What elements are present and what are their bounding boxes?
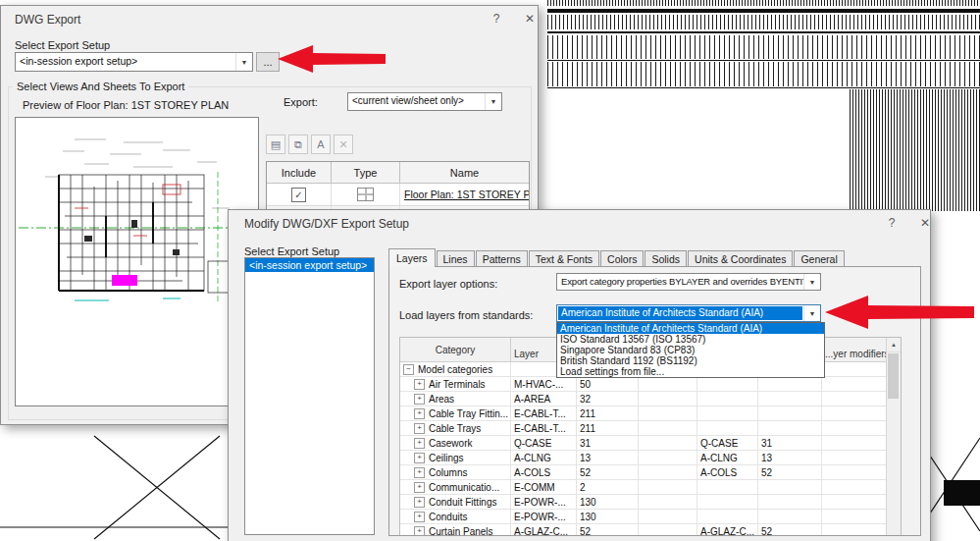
dwg-export-titlebar[interactable]: DWG Export ? ✕ bbox=[1, 6, 538, 32]
layers-table-row[interactable]: +Communicatio...E-COMM2 bbox=[400, 480, 901, 495]
layers-table-cell bbox=[697, 480, 758, 494]
layers-table-row[interactable]: +ConduitsE-POWR-...130 bbox=[400, 510, 901, 524]
layers-table-row[interactable]: +CeilingsA-CLNG13A-CLNG13 bbox=[400, 451, 901, 465]
standards-dropdown-list[interactable]: American Institute of Architects Standar… bbox=[556, 322, 825, 378]
expand-icon[interactable]: + bbox=[414, 512, 425, 522]
standards-combobox[interactable]: American Institute of Architects Standar… bbox=[556, 304, 821, 322]
tab-solids[interactable]: Solids bbox=[645, 250, 687, 267]
export-setup-listbox[interactable]: <in-session export setup> bbox=[244, 257, 375, 535]
category-cell: +Areas bbox=[400, 392, 511, 406]
scrollbar-thumb[interactable] bbox=[888, 353, 899, 399]
help-icon[interactable]: ? bbox=[484, 12, 509, 26]
layers-table-row[interactable]: +Air TerminalsM-HVAC-...50 bbox=[400, 377, 901, 392]
delete-set-icon[interactable]: ✕ bbox=[334, 135, 353, 154]
layers-table-row[interactable]: +AreasA-AREA32 bbox=[400, 392, 901, 406]
include-column-header[interactable]: Include bbox=[267, 162, 332, 183]
layers-table-cell: A-GLAZ-C... bbox=[697, 524, 758, 536]
browse-setup-button[interactable]: ... bbox=[256, 52, 280, 72]
expand-icon[interactable]: + bbox=[414, 423, 425, 434]
red-arrow-annotation bbox=[825, 296, 974, 329]
setup-list-item[interactable]: <in-session export setup> bbox=[245, 258, 374, 272]
category-cell: +Ceilings bbox=[400, 451, 511, 464]
category-label: Conduit Fittings bbox=[429, 497, 496, 508]
layers-table-cell bbox=[822, 362, 889, 376]
collapse-icon[interactable]: − bbox=[403, 364, 414, 375]
layers-table-cell: 31 bbox=[758, 436, 822, 450]
floor-plan-type-icon bbox=[357, 188, 374, 201]
layers-table-cell: Q-CASE bbox=[511, 436, 577, 450]
name-column-header[interactable]: Name bbox=[400, 162, 529, 183]
expand-icon[interactable]: + bbox=[414, 482, 425, 493]
expand-icon[interactable]: + bbox=[414, 453, 425, 463]
help-icon[interactable]: ? bbox=[879, 216, 904, 230]
close-icon[interactable]: ✕ bbox=[517, 12, 542, 26]
expand-icon[interactable]: + bbox=[414, 526, 425, 537]
dropdown-option[interactable]: Load settings from file... bbox=[557, 366, 824, 377]
tab-lines[interactable]: Lines bbox=[437, 250, 475, 267]
tab-units-coordinates[interactable]: Units & Coordinates bbox=[688, 250, 793, 267]
modify-dialog-titlebar[interactable]: Modify DWG/DXF Export Setup ? ✕ bbox=[229, 210, 930, 237]
close-icon[interactable]: ✕ bbox=[912, 216, 938, 230]
layers-table-row[interactable]: +Cable Tray Fittin...E-CABL-T...211 bbox=[400, 406, 901, 421]
dialog-title: Modify DWG/DXF Export Setup bbox=[229, 217, 409, 231]
vertical-scrollbar[interactable]: ▲ bbox=[886, 338, 901, 536]
layers-table-row[interactable]: +Curtain PanelsA-GLAZ-C...52A-GLAZ-C...5… bbox=[400, 524, 901, 536]
dropdown-option[interactable]: Singapore Standard 83 (CP83) bbox=[557, 345, 824, 355]
layers-table-row[interactable]: +ColumnsA-COLS52A-COLS52 bbox=[400, 465, 901, 480]
layers-table-cell bbox=[758, 406, 822, 420]
tab-text-fonts[interactable]: Text & Fonts bbox=[529, 250, 599, 267]
category-label: Conduits bbox=[429, 512, 467, 522]
layers-table-row[interactable]: +CaseworkQ-CASE31Q-CASE31 bbox=[400, 436, 901, 451]
expand-icon[interactable]: + bbox=[414, 379, 425, 390]
preview-label: Preview of Floor Plan: 1ST STOREY PLAN bbox=[23, 99, 229, 111]
dropdown-option[interactable]: British Standard 1192 (BS1192) bbox=[557, 355, 824, 366]
expand-icon[interactable]: + bbox=[414, 408, 425, 419]
include-checkbox[interactable]: ✓ bbox=[291, 188, 306, 202]
category-label: Air Terminals bbox=[429, 379, 486, 390]
tab-layers[interactable]: Layers bbox=[388, 248, 436, 267]
views-table-row[interactable]: ✓ Floor Plan: 1ST STOREY PLAN bbox=[267, 184, 529, 206]
layers-table-cell bbox=[639, 377, 697, 391]
layers-table-cell: 52 bbox=[577, 524, 639, 536]
chevron-down-icon[interactable]: ▼ bbox=[803, 305, 820, 321]
views-table-header: Include Type Name bbox=[267, 162, 529, 184]
duplicate-set-icon[interactable]: ⧉ bbox=[288, 135, 308, 154]
expand-icon[interactable]: + bbox=[414, 438, 425, 449]
layers-table-cell: 31 bbox=[577, 436, 639, 450]
layers-table-cell bbox=[822, 465, 889, 479]
layers-table-cell bbox=[639, 392, 697, 406]
layers-table-cell bbox=[822, 377, 889, 391]
view-set-toolbar: ▤ ⧉ A ✕ bbox=[266, 135, 353, 154]
rename-set-icon[interactable]: A bbox=[311, 135, 331, 154]
export-range-combobox[interactable]: <current view/sheet only> ▼ bbox=[347, 92, 502, 111]
layers-table-cell: A-AREA bbox=[511, 392, 577, 406]
layers-table-cell: 13 bbox=[577, 451, 639, 464]
type-column-header[interactable]: Type bbox=[332, 162, 400, 183]
scroll-up-icon[interactable]: ▲ bbox=[887, 338, 901, 352]
chevron-down-icon[interactable]: ▼ bbox=[235, 53, 252, 71]
expand-icon[interactable]: + bbox=[414, 394, 425, 405]
layers-table-row[interactable]: +Cable TraysE-CABL-T...211 bbox=[400, 421, 901, 436]
chevron-down-icon[interactable]: ▼ bbox=[803, 274, 820, 290]
category-cell: +Columns bbox=[400, 465, 511, 479]
export-setup-combobox[interactable]: <in-session export setup> ▼ bbox=[15, 52, 253, 72]
dropdown-option[interactable]: ISO Standard 13567 (ISO 13567) bbox=[557, 334, 824, 345]
expand-icon[interactable]: + bbox=[414, 467, 425, 478]
layers-table-cell bbox=[639, 510, 697, 523]
tab-colors[interactable]: Colors bbox=[600, 250, 644, 267]
layer-options-combobox[interactable]: Export category properties BYLAYER and o… bbox=[556, 273, 821, 291]
chevron-down-icon[interactable]: ▼ bbox=[485, 93, 501, 110]
view-name[interactable]: Floor Plan: 1ST STOREY PLAN bbox=[400, 189, 529, 200]
layers-table-cell bbox=[639, 421, 697, 435]
views-sheets-group-label: Select Views And Sheets To Export bbox=[13, 81, 188, 92]
expand-icon[interactable]: + bbox=[414, 497, 425, 508]
new-set-icon[interactable]: ▤ bbox=[266, 135, 285, 154]
tab-patterns[interactable]: Patterns bbox=[476, 250, 528, 267]
tab-general[interactable]: General bbox=[794, 250, 844, 267]
category-label: Curtain Panels bbox=[429, 526, 493, 537]
dropdown-option[interactable]: American Institute of Architects Standar… bbox=[557, 323, 824, 334]
category-cell: +Conduit Fittings bbox=[400, 495, 511, 509]
layers-table-cell: A-GLAZ-C... bbox=[511, 524, 577, 536]
layers-table-row[interactable]: +Conduit FittingsE-POWR-...130 bbox=[400, 495, 901, 510]
layers-table-cell bbox=[697, 510, 758, 523]
